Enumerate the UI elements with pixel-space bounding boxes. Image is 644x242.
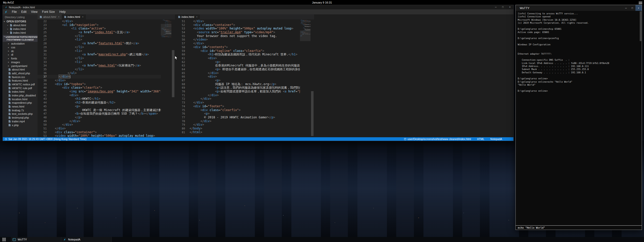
menu-help[interactable]: Help — [57, 10, 68, 14]
notepada-icon — [63, 238, 66, 241]
folder-fonts[interactable]: ▸fonts — [3, 57, 38, 60]
code-area[interactable]: 51 </div>52 <div class="container">53 <v… — [176, 19, 314, 137]
terminal-line: D:\golang\aroz online>ipconfig — [518, 37, 642, 40]
folder-yamlyamlaml[interactable]: ▸yamlyamlaml — [3, 64, 38, 68]
file-icon — [9, 120, 11, 123]
code-line-38: 38 </div> — [38, 79, 175, 82]
minimap[interactable]: </div> <ul id="navigation"> <li class="a… — [161, 19, 171, 137]
notepada-titlebar[interactable]: NotepadA - index.html ─ □ × — [3, 5, 513, 9]
close-icon[interactable]: × — [635, 5, 642, 11]
folder-images[interactable]: ▸images — [3, 60, 38, 64]
close-icon[interactable]: × — [7, 31, 9, 34]
open-editors-section[interactable]: ▾ OPEN EDITORS — [3, 20, 38, 23]
close-icon[interactable]: × — [7, 28, 9, 30]
file-news.html[interactable]: news.html — [3, 105, 38, 109]
folder-dc[interactable]: ▸dc — [3, 49, 38, 53]
file-about.html[interactable]: about.html — [3, 68, 38, 72]
taskbar: WsTTY NotepadA — [0, 237, 644, 242]
code-line-76: 76 <p> — [176, 112, 314, 116]
code-line-78: 78 </div> — [176, 119, 314, 123]
file-testmysql.php[interactable]: testmysql.php — [3, 116, 38, 120]
folder-autostation[interactable]: ▸autostation — [3, 42, 38, 46]
file-test_sockets.php[interactable]: test_sockets.php — [3, 112, 38, 116]
editor-tab-index.html[interactable]: index.html× — [62, 14, 86, 19]
code-line-40: 40 <div class="clearfix"> — [38, 86, 175, 90]
minimap[interactable]: </div> <div class="container"> <video wi… — [300, 19, 311, 137]
file-index.php_disabled[interactable]: index.php_disabled — [3, 94, 38, 97]
file-HKWTC rule.pdf[interactable]: HKWTC rule.pdf — [3, 86, 38, 90]
code-line-68: 68 伺服器 IP 地址為： mcs.hkwtc.org</p> — [176, 82, 314, 86]
terminal-line — [518, 86, 642, 89]
minimap-slider[interactable] — [161, 24, 171, 36]
terminal-line: Microsoft Windows [Version 10.0.18363.12… — [518, 18, 642, 21]
code-line-81: 81</html> — [176, 130, 314, 134]
minimize-icon[interactable]: ─ — [623, 5, 629, 11]
file-mapredirect.php[interactable]: mapredirect.php — [3, 101, 38, 105]
chevron-right-icon: ▸ — [8, 43, 10, 45]
file-favicon.ico[interactable]: favicon.ico — [3, 75, 38, 79]
system-brand[interactable]: My ArOZ — [0, 1, 14, 4]
editor-tab-about.html[interactable]: about.html× — [38, 14, 62, 19]
file-icon — [64, 16, 66, 18]
minimap-slider[interactable] — [300, 30, 311, 41]
code-line-60: 60 <h1>特別為建築及鐵路而設，現代化的 Minecraft 世界.</h1… — [176, 53, 314, 56]
close-icon[interactable]: × — [506, 5, 513, 9]
terminal-input[interactable]: echo "Hello World" — [516, 225, 642, 230]
menu-view[interactable]: View — [29, 10, 40, 14]
maximize-icon[interactable]: □ — [499, 5, 506, 9]
file-x.php[interactable]: x.php — [3, 123, 38, 127]
minimize-icon[interactable]: ─ — [492, 5, 499, 9]
terminal-scrollbar[interactable] — [640, 11, 641, 41]
workspace-folder-header[interactable]: ▾ USER/DESKTOP/SCREENSHOT /TEST/WWW CLEA… — [3, 35, 38, 42]
menu-edit[interactable]: Edit — [19, 10, 29, 14]
wstty-window: WsTTY ─ □ × [info] Connecting to arozos … — [515, 5, 642, 230]
menu-file[interactable]: File — [10, 10, 19, 14]
close-icon[interactable]: × — [58, 16, 59, 18]
code-line-48: 48 </p> — [38, 116, 175, 119]
open-editor-about.html[interactable]: ×about.html — [3, 23, 38, 27]
open-editor-index.html[interactable]: ×index.html — [3, 31, 38, 34]
file-add_vhost.php[interactable]: add_vhost.php — [3, 72, 38, 75]
file-index.html[interactable]: index.html — [3, 90, 38, 94]
code-line-62: 62 <p> — [176, 60, 314, 64]
vertical-scrollbar[interactable] — [171, 19, 175, 137]
status-app-name: NotepadA — [490, 137, 502, 141]
code-line-51: 51 </div> — [176, 19, 314, 23]
maximize-icon[interactable]: □ — [629, 5, 635, 11]
file-trailer.mp4[interactable]: trailer.mp4 — [3, 120, 38, 123]
code-line-41: 41 <img src="images/box.png" height="342… — [38, 90, 175, 93]
chevron-right-icon: ▸ — [8, 54, 10, 56]
terminal-output[interactable]: [info] Connecting to arozos WsTTY servic… — [516, 11, 642, 225]
file-teabag.7z[interactable]: teabag.7z — [3, 108, 38, 112]
code-line-47: 47 <b>你知道我們全線伺服器已轉用 SSD 了嗎？</b></span> — [38, 112, 175, 116]
code-line-22: 22 </div> — [38, 19, 175, 23]
folder-css[interactable]: ▸css — [3, 46, 38, 49]
close-icon[interactable]: × — [7, 24, 9, 26]
hamburger-menu-icon[interactable] — [639, 1, 642, 5]
app-grid-icon[interactable] — [2, 238, 6, 241]
close-icon[interactable]: × — [196, 16, 197, 18]
editor-tab-index.html[interactable]: index.html× — [176, 14, 200, 19]
menu-font-size[interactable]: Font Size — [40, 10, 57, 14]
code-line-58: 58 <div id="contents"> — [176, 45, 314, 49]
wstty-titlebar[interactable]: WsTTY ─ □ × — [516, 5, 642, 11]
file-HKWTC notice.pdf[interactable]: HKWTC notice.pdf — [3, 83, 38, 86]
taskbar-item-notepada[interactable]: NotepadA — [61, 237, 112, 242]
open-editor-index.html[interactable]: ×index.html — [3, 27, 38, 31]
editor-pane-right: index.html× 51 </div>52 <div class="cont… — [176, 14, 314, 137]
notepada-window: NotepadA - index.html ─ □ × FileEditView… — [3, 5, 514, 141]
window-title: WsTTY — [516, 7, 529, 10]
file-features.html[interactable]: features.html — [3, 79, 38, 83]
status-language[interactable]: HTML — [477, 137, 484, 141]
taskbar-item-wstty[interactable]: WsTTY — [11, 237, 61, 242]
code-line-59: 59 <div id="tagline" class="clearfix"> — [176, 49, 314, 53]
close-icon[interactable]: × — [82, 16, 83, 18]
file-location.html[interactable]: location.html — [3, 97, 38, 101]
vertical-scrollbar[interactable] — [311, 19, 314, 137]
file-icon — [9, 72, 11, 75]
code-line-51: 51 </div> — [38, 127, 175, 130]
workspace-path-line2: /TEST/WWW CLEANED/ — [4, 38, 37, 41]
code-area[interactable]: 22 </div>23 <ul id="navigation">24 <li c… — [38, 19, 175, 137]
terminal-line: Windows IP Configuration — [518, 43, 642, 46]
folder-dl[interactable]: ▸dl — [3, 53, 38, 57]
